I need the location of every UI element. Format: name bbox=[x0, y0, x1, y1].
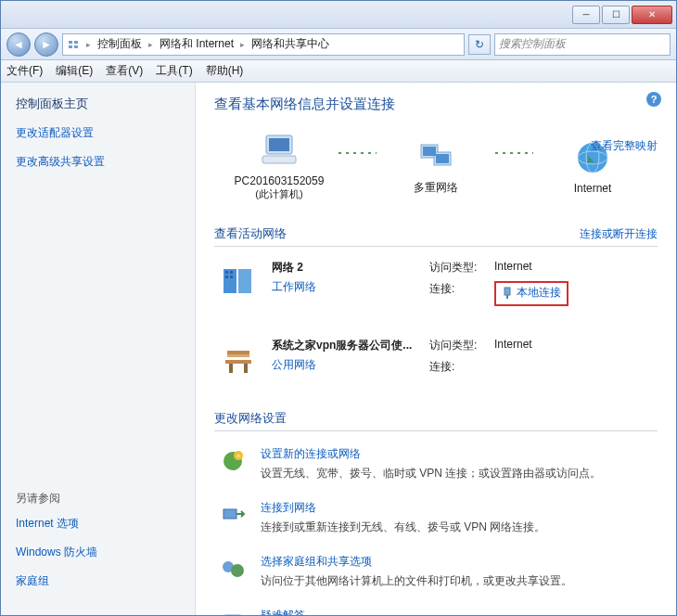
svg-rect-33 bbox=[225, 615, 240, 616]
sidebar: 控制面板主页 更改适配器设置 更改高级共享设置 另请参阅 Internet 选项… bbox=[1, 83, 196, 615]
close-button[interactable]: ✕ bbox=[632, 6, 672, 24]
svg-rect-19 bbox=[230, 276, 233, 278]
active-networks-title: 查看活动网络 bbox=[214, 225, 287, 242]
search-input[interactable]: 搜索控制面板 bbox=[494, 33, 671, 56]
breadcrumb[interactable]: ▸ 控制面板 ▸ 网络和 Internet ▸ 网络和共享中心 bbox=[62, 33, 465, 56]
svg-rect-10 bbox=[436, 154, 449, 163]
new-connection-icon: + bbox=[218, 446, 248, 476]
access-type-value: Internet bbox=[494, 338, 532, 353]
map-computer-label: PC201603152059 bbox=[235, 174, 325, 187]
sidebar-link-sharing[interactable]: 更改高级共享设置 bbox=[16, 154, 180, 170]
sidebar-seealso-internet[interactable]: Internet 选项 bbox=[16, 516, 180, 532]
chevron-right-icon: ▸ bbox=[237, 40, 248, 49]
breadcrumb-root-icon bbox=[67, 37, 82, 52]
svg-point-32 bbox=[231, 564, 244, 577]
menu-view[interactable]: 查看(V) bbox=[106, 63, 143, 79]
public-network-icon bbox=[218, 338, 259, 379]
svg-rect-9 bbox=[423, 147, 436, 156]
sidebar-link-adapter[interactable]: 更改适配器设置 bbox=[16, 125, 180, 141]
network-type-link[interactable]: 工作网络 bbox=[272, 279, 429, 295]
connect-disconnect-link[interactable]: 连接或断开连接 bbox=[580, 226, 658, 242]
menu-tools[interactable]: 工具(T) bbox=[156, 63, 192, 79]
svg-text:+: + bbox=[236, 452, 241, 460]
chevron-right-icon: ▸ bbox=[146, 40, 156, 49]
titlebar: ─ ☐ ✕ bbox=[1, 1, 676, 29]
network-entry: 系统之家vpn服务器公司使... 公用网络 访问类型: Internet 连接: bbox=[214, 325, 658, 393]
settings-link[interactable]: 连接到网络 bbox=[261, 500, 545, 516]
settings-item-troubleshoot: 疑难解答 诊断并修复网络问题，或获得故障排除信息。 bbox=[214, 598, 658, 616]
map-multi: 多重网络 bbox=[380, 135, 492, 196]
map-computer: PC201603152059 (此计算机) bbox=[224, 130, 335, 201]
svg-rect-24 bbox=[227, 354, 249, 357]
settings-link[interactable]: 设置新的连接或网络 bbox=[261, 446, 601, 462]
settings-item-new-connection: + 设置新的连接或网络 设置无线、宽带、拨号、临时或 VPN 连接；或设置路由器… bbox=[214, 437, 658, 491]
settings-desc: 设置无线、宽带、拨号、临时或 VPN 连接；或设置路由器或访问点。 bbox=[261, 466, 601, 481]
connection-label: 连接: bbox=[429, 281, 494, 306]
breadcrumb-item[interactable]: 网络和 Internet bbox=[158, 34, 236, 54]
help-icon[interactable]: ? bbox=[646, 92, 661, 107]
sidebar-seealso-homegroup[interactable]: 家庭组 bbox=[16, 573, 180, 589]
svg-rect-1 bbox=[69, 45, 72, 48]
menu-edit[interactable]: 编辑(E) bbox=[56, 63, 93, 79]
change-settings-header: 更改网络设置 bbox=[214, 410, 658, 431]
troubleshoot-icon bbox=[218, 608, 248, 616]
menu-help[interactable]: 帮助(H) bbox=[206, 63, 244, 79]
svg-rect-30 bbox=[224, 509, 236, 519]
breadcrumb-item[interactable]: 控制面板 bbox=[96, 34, 144, 54]
settings-item-homegroup: 选择家庭组和共享选项 访问位于其他网络计算机上的文件和打印机，或更改共享设置。 bbox=[214, 545, 658, 598]
network-type-link[interactable]: 公用网络 bbox=[272, 357, 429, 373]
access-type-label: 访问类型: bbox=[429, 338, 494, 353]
svg-rect-25 bbox=[229, 364, 233, 373]
local-connection-link[interactable]: 本地连接 bbox=[502, 285, 561, 301]
minimize-button[interactable]: ─ bbox=[572, 6, 600, 24]
svg-rect-20 bbox=[505, 288, 510, 295]
svg-rect-18 bbox=[225, 276, 228, 278]
svg-rect-21 bbox=[506, 295, 508, 299]
settings-desc: 访问位于其他网络计算机上的文件和打印机，或更改共享设置。 bbox=[261, 573, 572, 589]
network-name: 系统之家vpn服务器公司使... bbox=[272, 338, 429, 353]
settings-desc: 连接到或重新连接到无线、有线、拨号或 VPN 网络连接。 bbox=[261, 520, 545, 535]
page-title: 查看基本网络信息并设置连接 bbox=[214, 96, 658, 113]
network-name: 网络 2 bbox=[272, 260, 429, 276]
main-panel: ? 查看基本网络信息并设置连接 查看完整映射 PC201603152059 (此… bbox=[196, 83, 676, 615]
svg-rect-3 bbox=[74, 45, 78, 48]
connection-line-icon bbox=[495, 152, 533, 154]
sidebar-seealso-head: 另请参阅 bbox=[16, 491, 180, 507]
forward-button[interactable]: ► bbox=[34, 32, 58, 57]
svg-rect-2 bbox=[74, 41, 78, 44]
access-type-label: 访问类型: bbox=[429, 260, 494, 276]
maximize-button[interactable]: ☐ bbox=[602, 6, 630, 24]
svg-rect-22 bbox=[225, 360, 251, 364]
settings-link[interactable]: 疑难解答 bbox=[261, 608, 483, 616]
map-internet-label: Internet bbox=[574, 182, 612, 195]
navbar: ◄ ► ▸ 控制面板 ▸ 网络和 Internet ▸ 网络和共享中心 ↻ 搜索… bbox=[1, 29, 676, 60]
sidebar-home[interactable]: 控制面板主页 bbox=[16, 96, 180, 112]
menubar: 文件(F) 编辑(E) 查看(V) 工具(T) 帮助(H) bbox=[1, 60, 676, 83]
view-full-map-link[interactable]: 查看完整映射 bbox=[591, 138, 658, 154]
svg-rect-23 bbox=[227, 351, 249, 354]
settings-item-connect: 连接到网络 连接到或重新连接到无线、有线、拨号或 VPN 网络连接。 bbox=[214, 491, 658, 545]
settings-link[interactable]: 选择家庭组和共享选项 bbox=[261, 554, 572, 570]
network-entry: 网络 2 工作网络 访问类型: Internet 连接: bbox=[214, 247, 658, 325]
computer-icon bbox=[257, 130, 301, 171]
connect-network-icon bbox=[218, 500, 248, 530]
ethernet-icon bbox=[502, 287, 513, 300]
multi-network-icon bbox=[414, 135, 458, 176]
menu-file[interactable]: 文件(F) bbox=[6, 63, 43, 79]
svg-rect-6 bbox=[262, 156, 296, 163]
breadcrumb-item[interactable]: 网络和共享中心 bbox=[249, 34, 331, 54]
search-placeholder: 搜索控制面板 bbox=[499, 36, 566, 52]
map-computer-sub: (此计算机) bbox=[255, 187, 302, 201]
sidebar-seealso-firewall[interactable]: Windows 防火墙 bbox=[16, 545, 180, 560]
svg-rect-5 bbox=[269, 138, 289, 151]
svg-rect-15 bbox=[238, 269, 251, 293]
back-button[interactable]: ◄ bbox=[6, 32, 31, 57]
window: ─ ☐ ✕ ◄ ► ▸ 控制面板 ▸ 网络和 Internet ▸ 网络和共享中… bbox=[0, 0, 677, 616]
work-network-icon bbox=[218, 260, 259, 301]
homegroup-icon bbox=[218, 554, 248, 584]
connection-line-icon bbox=[338, 152, 377, 154]
refresh-button[interactable]: ↻ bbox=[468, 34, 491, 55]
access-type-value: Internet bbox=[494, 260, 532, 276]
map-multi-label: 多重网络 bbox=[414, 180, 458, 196]
chevron-right-icon: ▸ bbox=[83, 40, 94, 49]
